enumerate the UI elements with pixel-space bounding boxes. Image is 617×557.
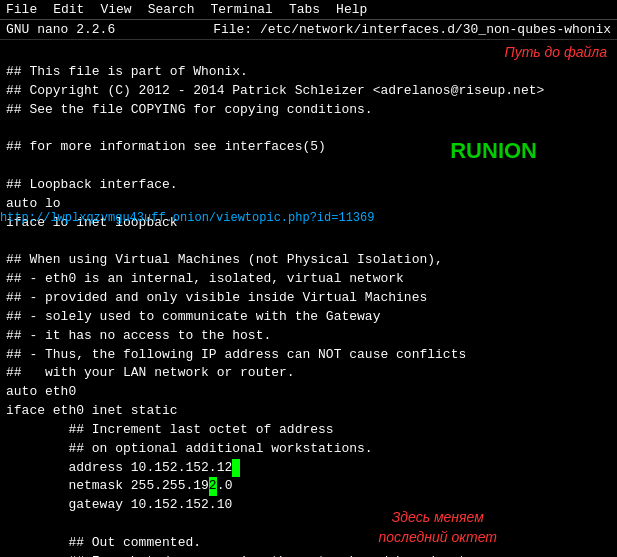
menu-file[interactable]: File (6, 2, 37, 17)
line-blank-5 (6, 515, 611, 534)
menu-help[interactable]: Help (336, 2, 367, 17)
line-16: iface eth0 inet static (6, 402, 611, 421)
line-18: ## on optional additional workstations. (6, 440, 611, 459)
line-20: netmask 255.255.192.0 (6, 477, 611, 496)
line-1: ## This file is part of Whonix. (6, 63, 611, 82)
line-14: ## with your LAN network or router. (6, 364, 611, 383)
editor-area[interactable]: Путь до файла RUNION http://lwplxqzvmgu4… (0, 40, 617, 557)
nano-version: GNU nano 2.2.6 (6, 22, 115, 37)
line-9: ## - eth0 is an internal, isolated, virt… (6, 270, 611, 289)
line-3: ## See the file COPYING for copying cond… (6, 101, 611, 120)
line-12: ## - it has no access to the host. (6, 327, 611, 346)
line-8: ## When using Virtual Machines (not Phys… (6, 251, 611, 270)
annotation-path: Путь до файла (505, 42, 607, 62)
title-bar: GNU nano 2.2.6 File: /etc/network/interf… (0, 20, 617, 40)
line-22: ## Out commented. (6, 534, 611, 553)
line-13: ## - Thus, the following IP address can … (6, 346, 611, 365)
line-19: address 10.152.152.12 (6, 459, 611, 478)
menu-bar: File Edit View Search Terminal Tabs Help (0, 0, 617, 20)
line-10: ## - provided and only visible inside Vi… (6, 289, 611, 308)
menu-view[interactable]: View (100, 2, 131, 17)
cursor-2: 2 (209, 477, 217, 496)
file-path: File: /etc/network/interfaces.d/30_non-q… (213, 22, 611, 37)
editor-content: ## This file is part of Whonix. ## Copyr… (6, 44, 611, 557)
annotation-change: Здесь меняем последний октет (378, 507, 497, 548)
line-17: ## Increment last octet of address (6, 421, 611, 440)
menu-terminal[interactable]: Terminal (210, 2, 272, 17)
line-23: ## For what do we require the network an… (6, 553, 611, 557)
line-5: ## Loopback interface. (6, 176, 611, 195)
line-21: gateway 10.152.152.10 (6, 496, 611, 515)
menu-tabs[interactable]: Tabs (289, 2, 320, 17)
menu-search[interactable]: Search (148, 2, 195, 17)
line-15: auto eth0 (6, 383, 611, 402)
menu-edit[interactable]: Edit (53, 2, 84, 17)
line-11: ## - solely used to communicate with the… (6, 308, 611, 327)
line-blank-4 (6, 232, 611, 251)
cursor-1 (232, 459, 240, 478)
annotation-runion: RUNION (450, 135, 537, 167)
line-2: ## Copyright (C) 2012 - 2014 Patrick Sch… (6, 82, 611, 101)
annotation-link[interactable]: http://lwplxqzvmgu43uff.onion/viewtopic.… (0, 210, 374, 227)
